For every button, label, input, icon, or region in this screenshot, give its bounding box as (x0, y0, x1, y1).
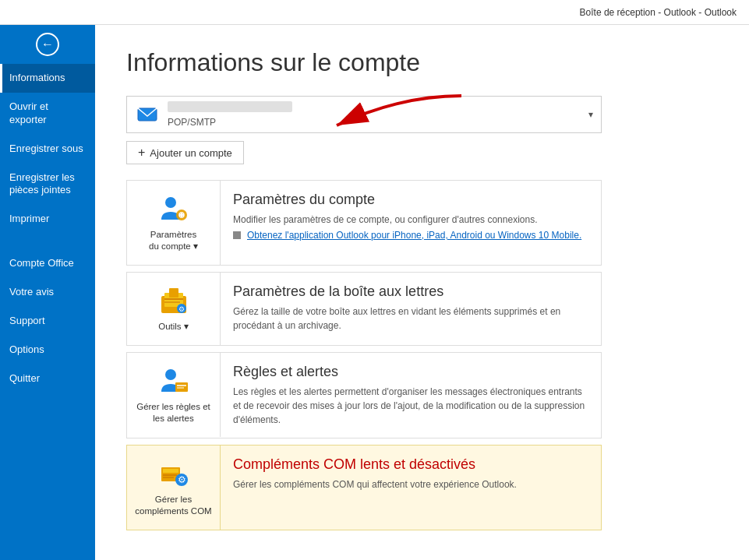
content-area: Informations sur le compte POP/SMTP ▾ (95, 25, 749, 560)
section-icon-label-complements: Gérer lescompléments COM (135, 494, 211, 517)
sidebar-item-enregistrer-sous[interactable]: Enregistrer sous (0, 135, 95, 164)
app-body: ← Informations Ouvrir et exporter Enregi… (0, 25, 749, 560)
section-desc-complements: Gérer les compléments COM qui affectent … (233, 477, 588, 491)
email-icon (135, 102, 160, 127)
svg-rect-7 (169, 288, 178, 298)
sidebar-item-informations[interactable]: Informations (0, 64, 95, 93)
section-title-parametres: Paramètres du compte (233, 192, 588, 208)
svg-rect-17 (163, 469, 178, 473)
titlebar-text: Boîte de réception - Outlook - Outlook (580, 7, 737, 18)
account-email-masked (168, 101, 292, 112)
sidebar-item-support[interactable]: Support (0, 307, 95, 336)
sidebar-item-votre-avis[interactable]: Votre avis (0, 278, 95, 307)
sidebar-item-quitter[interactable]: Quitter (0, 365, 95, 393)
section-icon-boite[interactable]: ⚙ Outils ▾ (127, 273, 221, 345)
add-account-button[interactable]: + Ajouter un compte (126, 141, 244, 164)
section-icon-complements[interactable]: ⚙ Gérer lescompléments COM (127, 446, 221, 530)
sidebar-item-options[interactable]: Options (0, 336, 95, 365)
sidebar: ← Informations Ouvrir et exporter Enregi… (0, 25, 95, 560)
section-complements-com: ⚙ Gérer lescompléments COM Compléments C… (126, 445, 602, 530)
page-title: Informations sur le compte (126, 48, 718, 77)
section-content-regles: Règles et alertes Les règles et les aler… (221, 353, 601, 438)
sidebar-item-ouvrir-exporter[interactable]: Ouvrir et exporter (0, 93, 95, 135)
section-icon-label-regles: Gérer les règles etles alertes (136, 401, 210, 424)
section-content-complements: Compléments COM lents et désactivés Gére… (221, 446, 601, 502)
sidebar-item-enregistrer-pieces[interactable]: Enregistrer les pièces jointes (0, 164, 95, 206)
svg-point-2 (165, 197, 176, 208)
section-icon-label-boite: Outils ▾ (158, 321, 189, 333)
section-boite-lettres: ⚙ Outils ▾ Paramètres de la boîte aux le… (126, 272, 602, 346)
section-title-complements: Compléments COM lents et désactivés (233, 456, 588, 473)
link-icon-parametres (233, 231, 241, 239)
section-desc-parametres: Modifier les paramètres de ce compte, ou… (233, 213, 588, 227)
back-button[interactable]: ← (0, 25, 95, 64)
account-dropdown[interactable]: POP/SMTP ▾ (126, 96, 602, 133)
section-parametres-compte: Paramètresdu compte ▾ Paramètres du comp… (126, 180, 602, 266)
section-desc-regles: Les règles et les alertes permettent d'o… (233, 385, 588, 427)
regles-alertes-icon (158, 365, 189, 396)
section-icon-parametres[interactable]: Paramètresdu compte ▾ (127, 181, 221, 265)
account-type: POP/SMTP (168, 117, 588, 128)
section-link-parametres[interactable]: Obtenez l'application Outlook pour iPhon… (233, 230, 588, 241)
back-circle-icon: ← (36, 33, 59, 56)
sidebar-item-compte-office[interactable]: Compte Office (0, 249, 95, 278)
svg-text:⚙: ⚙ (177, 474, 185, 485)
svg-point-12 (165, 369, 176, 380)
section-icon-regles[interactable]: Gérer les règles etles alertes (127, 353, 221, 437)
complements-com-icon: ⚙ (158, 458, 189, 489)
plus-icon: + (138, 146, 145, 160)
parametres-compte-icon (158, 193, 189, 224)
dropdown-arrow-icon: ▾ (588, 109, 593, 120)
section-title-regles: Règles et alertes (233, 364, 588, 380)
section-title-boite: Paramètres de la boîte aux lettres (233, 284, 588, 300)
boite-lettres-icon: ⚙ (158, 285, 189, 316)
section-desc-boite: Gérez la taille de votre boîte aux lettr… (233, 305, 588, 333)
section-regles-alertes: Gérer les règles etles alertes Règles et… (126, 352, 602, 438)
svg-rect-13 (175, 382, 188, 392)
account-info: POP/SMTP (168, 101, 588, 128)
add-account-label: Ajouter un compte (150, 147, 232, 159)
sidebar-item-imprimer[interactable]: Imprimer (0, 205, 95, 234)
section-content-parametres: Paramètres du compte Modifier les paramè… (221, 181, 601, 252)
titlebar: Boîte de réception - Outlook - Outlook (0, 0, 749, 25)
section-icon-label-parametres: Paramètresdu compte ▾ (149, 229, 198, 252)
svg-text:⚙: ⚙ (178, 305, 185, 313)
section-content-boite: Paramètres de la boîte aux lettres Gérez… (221, 273, 601, 343)
